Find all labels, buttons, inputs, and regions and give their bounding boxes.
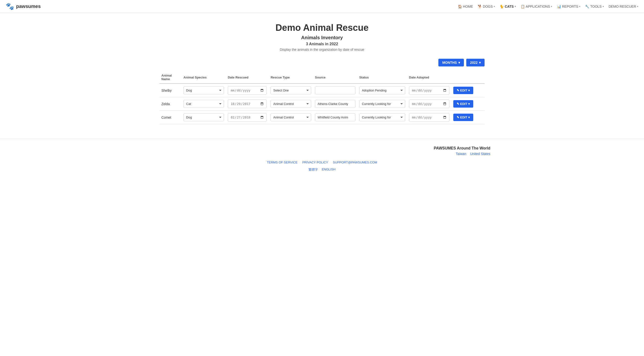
page-header: Demo Animal Rescue Animals Inventory 3 A… (160, 23, 484, 52)
rescue-type-cell: Select OneAnimal ControlOwner SurrenderS… (268, 97, 313, 111)
table-row: ZeldaDogCatOtherSelect OneAnimal Control… (160, 97, 484, 111)
animals-table: Animal Name Animal Species Date Rescued … (160, 71, 484, 124)
source-cell (313, 111, 357, 124)
species-select[interactable]: DogCatOther (184, 100, 224, 108)
footer-support[interactable]: SUPPORT@PAWSUMES.COM (333, 161, 377, 164)
date-adopted-cell (407, 84, 452, 97)
date-adopted-input[interactable] (409, 86, 450, 95)
date-adopted-cell (407, 111, 452, 124)
status-cell: Adoption PendingCurrently Looking forAdo… (357, 97, 407, 111)
footer-privacy[interactable]: PRIVACY POLICY (302, 161, 328, 164)
col-header-source: Source (313, 71, 357, 84)
col-header-actions (452, 71, 484, 84)
edit-cell: ✎ EDIT ▾ (452, 84, 484, 97)
date-rescued-cell (226, 111, 268, 124)
status-cell: Adoption PendingCurrently Looking forAdo… (357, 111, 407, 124)
footer-link-us[interactable]: United States (470, 152, 490, 156)
brand-name: pawsumes (16, 4, 41, 9)
months-dropdown-arrow: ▾ (458, 61, 460, 65)
footer-world-links: Taiwan United States (154, 152, 490, 156)
edit-cell: ✎ EDIT ▾ (452, 111, 484, 124)
species-select[interactable]: DogCatOther (184, 113, 224, 121)
edit-button[interactable]: ✎ EDIT ▾ (453, 100, 473, 108)
months-filter-button[interactable]: MONTHS ▾ (438, 59, 464, 67)
date-adopted-input[interactable] (409, 113, 450, 122)
rescue-type-cell: Select OneAnimal ControlOwner SurrenderS… (268, 111, 313, 124)
tools-dropdown-arrow: ▾ (603, 5, 604, 8)
footer-link-taiwan[interactable]: Taiwan (456, 152, 466, 156)
footer-lang-english[interactable]: ENGLISH (322, 168, 336, 172)
date-rescued-input[interactable] (228, 100, 267, 108)
date-rescued-input[interactable] (228, 113, 267, 122)
footer-lang-chinese[interactable]: 繁體字 (308, 168, 318, 172)
col-header-status: Status (357, 71, 407, 84)
nav-cats[interactable]: 🐈 CATS ▾ (500, 5, 516, 9)
table-row: ShelbyDogCatOtherSelect OneAnimal Contro… (160, 84, 484, 97)
nav-home[interactable]: 🏠 HOME (458, 5, 473, 9)
col-header-name: Animal Name (160, 71, 182, 84)
dogs-dropdown-arrow: ▾ (494, 5, 495, 8)
animal-name-cell: Comet (160, 111, 182, 124)
dogs-icon: 🐕 (478, 5, 482, 9)
col-header-rescue-type: Rescue Type (268, 71, 313, 84)
home-icon: 🏠 (458, 5, 462, 9)
tools-icon: 🔧 (585, 5, 589, 9)
date-adopted-cell (407, 97, 452, 111)
reports-icon: 📊 (557, 5, 561, 9)
status-select[interactable]: Adoption PendingCurrently Looking forAdo… (359, 113, 405, 121)
page-subtitle: Animals Inventory (160, 35, 484, 41)
source-cell (313, 84, 357, 97)
status-cell: Adoption PendingCurrently Looking forAdo… (357, 84, 407, 97)
edit-cell: ✎ EDIT ▾ (452, 97, 484, 111)
navbar: 🐾 pawsumes 🏠 HOME 🐕 DOGS ▾ 🐈 CATS ▾ (0, 0, 644, 13)
species-cell: DogCatOther (182, 111, 226, 124)
year-filter-button[interactable]: 2022 ▾ (466, 59, 484, 67)
rescue-type-cell: Select OneAnimal ControlOwner SurrenderS… (268, 84, 313, 97)
date-rescued-cell (226, 84, 268, 97)
filter-row: MONTHS ▾ 2022 ▾ (160, 59, 484, 67)
nav-tools[interactable]: 🔧 TOOLS ▾ (585, 5, 604, 9)
status-select[interactable]: Adoption PendingCurrently Looking forAdo… (359, 86, 405, 94)
nav-applications[interactable]: 📋 APPLICATIONS ▾ (521, 5, 552, 9)
source-cell (313, 97, 357, 111)
nav-dogs[interactable]: 🐕 DOGS ▾ (478, 5, 495, 9)
paw-icon: 🐾 (6, 3, 14, 10)
species-select[interactable]: DogCatOther (184, 86, 224, 94)
nav-demo-rescuer[interactable]: DEMO RESCUER ▾ (609, 5, 638, 9)
footer-world-title: PAWSUMES Around The World (154, 146, 490, 150)
rescue-type-select[interactable]: Select OneAnimal ControlOwner SurrenderS… (270, 113, 311, 121)
status-select[interactable]: Adoption PendingCurrently Looking forAdo… (359, 100, 405, 108)
cats-dropdown-arrow: ▾ (514, 5, 516, 8)
date-rescued-cell (226, 97, 268, 111)
edit-button[interactable]: ✎ EDIT ▾ (453, 114, 473, 121)
demo-rescuer-dropdown-arrow: ▾ (637, 5, 638, 8)
footer-nav-links: TERMS OF SERVICE PRIVACY POLICY SUPPORT@… (6, 161, 638, 164)
page-description: Display the animals in the organization … (160, 48, 484, 52)
main-content: Demo Animal Rescue Animals Inventory 3 A… (154, 13, 490, 139)
page-footer: PAWSUMES Around The World Taiwan United … (0, 139, 644, 179)
edit-button[interactable]: ✎ EDIT ▾ (453, 87, 473, 94)
brand-logo[interactable]: 🐾 pawsumes (6, 3, 41, 10)
footer-lang: 繁體字 ENGLISH (6, 168, 638, 172)
animals-tbody: ShelbyDogCatOtherSelect OneAnimal Contro… (160, 84, 484, 124)
species-cell: DogCatOther (182, 84, 226, 97)
applications-dropdown-arrow: ▾ (551, 5, 552, 8)
date-rescued-input[interactable] (228, 86, 267, 95)
source-input[interactable] (315, 113, 356, 121)
rescue-type-select[interactable]: Select OneAnimal ControlOwner SurrenderS… (270, 86, 311, 94)
species-cell: DogCatOther (182, 97, 226, 111)
rescue-type-select[interactable]: Select OneAnimal ControlOwner SurrenderS… (270, 100, 311, 108)
source-input[interactable] (315, 86, 356, 94)
animal-name-cell: Zelda (160, 97, 182, 111)
col-header-date-adopted: Date Adopted (407, 71, 452, 84)
reports-dropdown-arrow: ▾ (579, 5, 580, 8)
footer-tos[interactable]: TERMS OF SERVICE (267, 161, 298, 164)
year-dropdown-arrow: ▾ (479, 61, 481, 65)
page-title: Demo Animal Rescue (160, 23, 484, 33)
col-header-species: Animal Species (182, 71, 226, 84)
footer-world: PAWSUMES Around The World Taiwan United … (154, 146, 490, 156)
applications-icon: 📋 (521, 5, 525, 9)
date-adopted-input[interactable] (409, 100, 450, 108)
source-input[interactable] (315, 100, 356, 108)
nav-reports[interactable]: 📊 REPORTS ▾ (557, 5, 580, 9)
